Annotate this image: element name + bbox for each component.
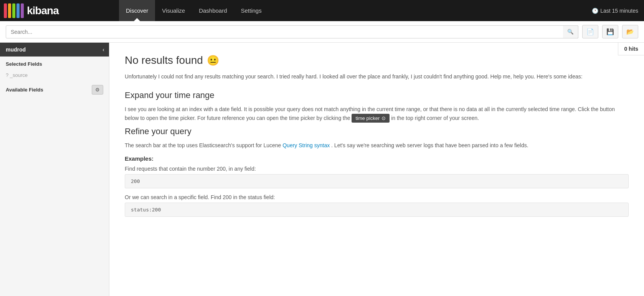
refine-text: The search bar at the top uses Elasticse…: [125, 141, 629, 150]
open-folder-icon: 📂: [626, 28, 634, 35]
logo-bar-4: [17, 3, 20, 18]
sad-face-icon: 😐: [207, 55, 219, 67]
gear-icon: ⚙: [95, 87, 100, 93]
logo-area: kibana: [0, 3, 119, 18]
clock-icon: 🕐: [592, 8, 598, 14]
time-label: Last 15 minutes: [600, 8, 638, 14]
collapse-sidebar-button[interactable]: ‹: [98, 43, 109, 57]
nav-right: 🕐 Last 15 minutes: [592, 8, 644, 14]
time-picker-nav[interactable]: 🕐 Last 15 minutes: [592, 8, 638, 14]
nav-settings[interactable]: Settings: [234, 0, 269, 21]
sidebar-index-name: mudrod ‹: [0, 43, 109, 57]
new-search-button[interactable]: 📄: [582, 25, 598, 38]
kibana-logo: kibana: [4, 3, 59, 18]
refine-heading: Refine your query: [125, 126, 629, 136]
logo-bar-2: [8, 3, 11, 18]
search-icon: 🔍: [567, 29, 574, 35]
logo-bar-3: [12, 3, 15, 18]
example1-label: Find requests that contain the number 20…: [125, 166, 629, 172]
refine-text-after: . Let's say we're searching web server l…: [331, 142, 528, 148]
nav-visualize[interactable]: Visualize: [155, 0, 192, 21]
nav-dashboard[interactable]: Dashboard: [192, 0, 234, 21]
logo-bar-5: [21, 3, 24, 18]
sidebar: mudrod ‹ Selected Fields ? _source Avail…: [0, 43, 109, 296]
nav-discover[interactable]: Discover: [119, 0, 155, 21]
nav-links: Discover Visualize Dashboard Settings: [119, 0, 592, 21]
logo-bars: [4, 3, 24, 18]
save-search-button[interactable]: 💾: [602, 25, 618, 38]
no-results-description: Unfortunately I could not find any resul…: [125, 72, 629, 81]
expand-time-heading: Expand your time range: [125, 90, 629, 100]
available-fields-title: Available Fields: [6, 87, 43, 93]
refine-text-before: The search bar at the top uses Elasticse…: [125, 142, 281, 148]
search-bar-row: 🔍 📄 💾 📂: [0, 21, 644, 43]
available-fields-row: Available Fields ⚙: [0, 80, 109, 98]
content-area: 0 hits No results found 😐 Unfortunately …: [109, 43, 644, 296]
example1-code: 200: [125, 174, 629, 188]
source-item[interactable]: ? _source: [0, 70, 109, 80]
main-layout: mudrod ‹ Selected Fields ? _source Avail…: [0, 43, 644, 296]
no-results-title: No results found 😐: [125, 54, 629, 67]
example2-code: status:200: [125, 203, 629, 217]
hits-badge: 0 hits: [618, 43, 644, 55]
logo-bar-1: [4, 3, 7, 18]
available-fields-gear-button[interactable]: ⚙: [92, 85, 103, 95]
search-input-wrap: 🔍: [6, 25, 578, 38]
open-search-button[interactable]: 📂: [622, 25, 638, 38]
time-picker-circle-icon: ⊙: [381, 115, 386, 121]
new-doc-icon: 📄: [586, 28, 594, 35]
expand-time-text: I see you are looking at an index with a…: [125, 105, 629, 122]
time-picker-button[interactable]: time picker ⊙: [352, 114, 390, 123]
kibana-logo-text: kibana: [27, 5, 59, 17]
top-nav: kibana Discover Visualize Dashboard Sett…: [0, 0, 644, 21]
search-input[interactable]: [6, 25, 578, 38]
search-button[interactable]: 🔍: [563, 25, 578, 38]
expand-text-after: in the top right corner of your screen.: [391, 115, 479, 121]
examples-heading: Examples:: [125, 155, 629, 162]
refine-section: Refine your query The search bar at the …: [125, 126, 629, 217]
save-icon: 💾: [606, 28, 614, 35]
example2-label: Or we can search in a specific field. Fi…: [125, 194, 629, 200]
lucene-link[interactable]: Query String syntax: [282, 142, 330, 148]
selected-fields-title: Selected Fields: [0, 57, 109, 70]
